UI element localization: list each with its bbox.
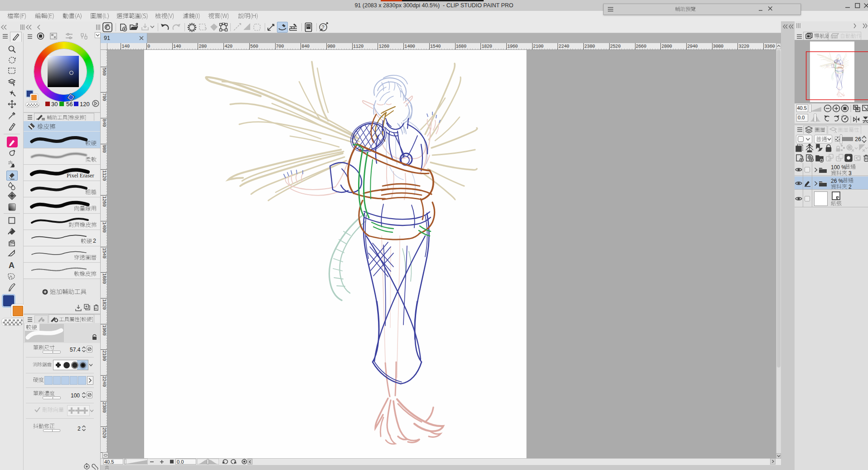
- svg-text:?: ?: [322, 24, 325, 30]
- svg-text:A: A: [9, 261, 15, 269]
